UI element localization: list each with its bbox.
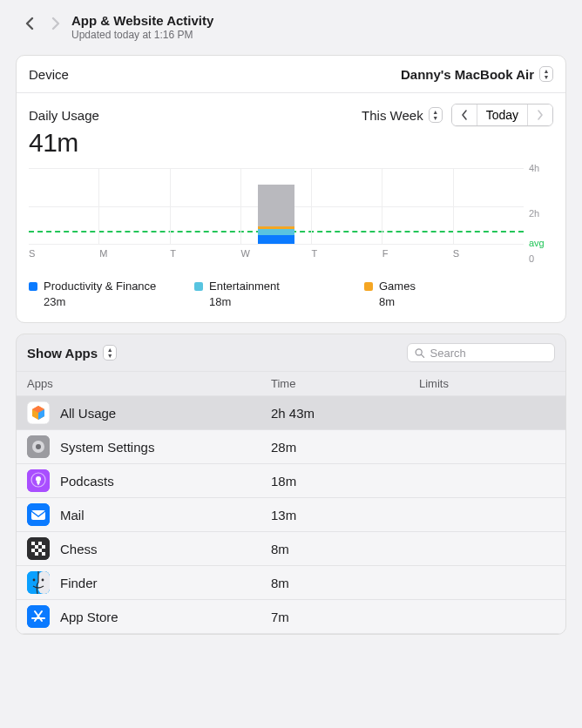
- x-tick-label: F: [382, 248, 453, 259]
- prev-period-button[interactable]: [452, 104, 477, 125]
- svg-rect-12: [31, 542, 35, 545]
- daily-usage-label: Daily Usage: [29, 108, 99, 123]
- y-tick-label: 0: [529, 253, 534, 264]
- svg-point-22: [33, 579, 36, 582]
- x-tick-label: S: [453, 248, 524, 259]
- avg-label: avg: [529, 238, 545, 248]
- svg-rect-21: [38, 571, 50, 594]
- x-tick-label: T: [170, 248, 240, 259]
- app-row[interactable]: Finder8m: [17, 566, 565, 600]
- updown-icon: ▲▼: [539, 66, 553, 82]
- device-picker[interactable]: Danny's MacBook Air ▲▼: [401, 66, 553, 82]
- svg-line-1: [421, 354, 423, 357]
- settings-icon: [27, 435, 50, 458]
- usage-chart: SMTWTFS 4h2h0avg: [29, 168, 553, 259]
- svg-point-23: [42, 579, 44, 582]
- app-name: Chess: [60, 542, 98, 556]
- date-segmented: Today: [451, 104, 553, 126]
- search-icon: [415, 347, 425, 359]
- apps-panel: Show Apps ▲▼ Apps Time Limits All Usage2…: [16, 334, 566, 635]
- svg-point-5: [36, 444, 41, 449]
- all-usage-icon: [27, 401, 50, 424]
- legend-label: Entertainment: [209, 280, 280, 293]
- usage-card: Device Danny's MacBook Air ▲▼ Daily Usag…: [16, 55, 566, 323]
- svg-rect-17: [38, 549, 42, 552]
- col-time: Time: [271, 377, 419, 390]
- x-tick-label: T: [312, 248, 382, 259]
- legend-time: 8m: [364, 295, 553, 308]
- finder-icon: [27, 571, 50, 594]
- svg-rect-10: [31, 510, 45, 520]
- app-time: 8m: [271, 542, 419, 556]
- legend-item: Productivity & Finance23m: [29, 280, 194, 308]
- app-name: System Settings: [60, 440, 154, 455]
- app-name: App Store: [60, 610, 118, 624]
- app-time: 7m: [271, 610, 419, 624]
- device-name: Danny's MacBook Air: [401, 67, 534, 82]
- updown-icon: ▲▼: [103, 345, 117, 361]
- updown-icon: ▲▼: [429, 107, 443, 123]
- app-time: 18m: [271, 474, 419, 489]
- legend-item: Entertainment18m: [194, 280, 364, 308]
- legend-label: Games: [379, 280, 416, 293]
- legend-time: 18m: [194, 295, 364, 308]
- next-period-button[interactable]: [528, 104, 552, 125]
- usage-total: 41m: [29, 128, 553, 158]
- y-tick-label: 4h: [529, 163, 539, 173]
- show-filter-picker[interactable]: Show Apps ▲▼: [27, 345, 117, 361]
- legend-time: 23m: [29, 295, 194, 308]
- device-label: Device: [29, 67, 69, 82]
- svg-point-7: [36, 476, 41, 482]
- range-label: This Week: [362, 108, 423, 123]
- svg-rect-19: [42, 552, 45, 556]
- back-button[interactable]: [24, 17, 34, 35]
- app-name: Podcasts: [60, 474, 114, 489]
- col-limits: Limits: [419, 377, 555, 390]
- legend-item: Games8m: [364, 280, 553, 308]
- app-row[interactable]: App Store7m: [17, 600, 565, 634]
- mail-icon: [27, 503, 50, 526]
- x-tick-label: S: [29, 248, 99, 259]
- app-time: 2h 43m: [271, 406, 419, 421]
- x-tick-label: M: [99, 248, 170, 259]
- svg-rect-14: [35, 545, 38, 549]
- y-tick-label: 2h: [529, 208, 539, 219]
- table-header: Apps Time Limits: [17, 371, 565, 396]
- app-time: 28m: [271, 440, 419, 455]
- x-tick-label: W: [240, 248, 311, 259]
- range-picker[interactable]: This Week ▲▼: [362, 107, 443, 123]
- app-row[interactable]: Chess8m: [17, 532, 565, 566]
- podcasts-icon: [27, 469, 50, 492]
- page-title: App & Website Activity: [71, 13, 213, 28]
- svg-rect-18: [35, 552, 38, 556]
- show-filter-label: Show Apps: [27, 346, 98, 361]
- app-time: 8m: [271, 576, 419, 590]
- appstore-icon: [27, 605, 50, 628]
- forward-button: [51, 17, 61, 35]
- svg-rect-13: [38, 542, 42, 545]
- app-time: 13m: [271, 508, 419, 522]
- today-button[interactable]: Today: [477, 104, 528, 125]
- search-input[interactable]: [430, 347, 548, 360]
- col-apps: Apps: [27, 377, 271, 390]
- page-subtitle: Updated today at 1:16 PM: [71, 29, 213, 41]
- svg-rect-16: [31, 549, 35, 552]
- legend-swatch: [194, 282, 203, 291]
- app-row[interactable]: All Usage2h 43m: [17, 396, 565, 430]
- app-row[interactable]: Mail13m: [17, 498, 565, 532]
- app-name: All Usage: [60, 406, 116, 421]
- app-row[interactable]: System Settings28m: [17, 430, 565, 464]
- legend-swatch: [29, 282, 37, 291]
- app-row[interactable]: Podcasts18m: [17, 464, 565, 498]
- legend-swatch: [364, 282, 373, 291]
- app-name: Finder: [60, 576, 98, 590]
- search-field[interactable]: [407, 343, 555, 362]
- app-name: Mail: [60, 508, 85, 522]
- svg-rect-15: [42, 545, 45, 549]
- chess-icon: [27, 537, 50, 560]
- legend-label: Productivity & Finance: [44, 280, 156, 293]
